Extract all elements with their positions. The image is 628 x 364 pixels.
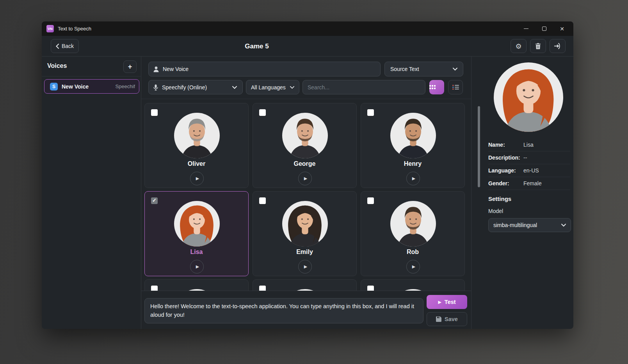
voice-name-value: New Voice: [163, 66, 189, 72]
voice-card[interactable]: Henry ▶: [361, 103, 465, 188]
close-button[interactable]: ✕: [553, 23, 571, 35]
voice-checkbox[interactable]: [151, 109, 158, 116]
voice-card[interactable]: Lisa ▶: [144, 191, 249, 276]
main-area: New Voice Source Text Speechify (Online): [141, 57, 471, 329]
avatar-illustration: [494, 62, 563, 132]
voice-card[interactable]: ▶: [253, 279, 357, 291]
language-value: All Languages: [251, 84, 286, 91]
export-button[interactable]: [550, 39, 566, 53]
play-voice-button[interactable]: ▶: [406, 172, 420, 185]
sidebar: Voices + S New Voice Speechif: [42, 57, 141, 329]
avatar-illustration: [390, 201, 436, 247]
info-row: Language: en-US: [488, 164, 570, 177]
voice-name: Henry: [361, 160, 464, 167]
engine-select[interactable]: Speechify (Online): [148, 80, 243, 94]
settings-heading: Settings: [488, 195, 511, 202]
header: Back Game 5 ⚙: [42, 36, 573, 57]
play-icon: ▶: [196, 176, 199, 181]
trash-icon: [535, 43, 541, 49]
play-icon: ▶: [304, 176, 307, 181]
page-title: Game 5: [42, 36, 472, 57]
scrollbar-thumb[interactable]: [478, 106, 480, 187]
voice-avatar: [390, 201, 436, 247]
voice-card[interactable]: Oliver ▶: [144, 103, 249, 188]
voice-avatar: [282, 113, 328, 158]
speechify-badge: S: [50, 83, 58, 91]
import-arrow-icon: [554, 43, 561, 49]
settings-button[interactable]: ⚙: [511, 39, 527, 53]
info-label: Language:: [488, 167, 523, 174]
voice-name: George: [253, 160, 356, 167]
gear-icon: ⚙: [515, 42, 521, 50]
engine-value: Speechify (Online): [162, 84, 207, 91]
voice-card[interactable]: ▶: [361, 279, 465, 291]
maximize-button[interactable]: [535, 23, 553, 35]
voice-checkbox[interactable]: [151, 286, 158, 291]
voice-card[interactable]: Emily ▶: [253, 191, 357, 276]
voice-card[interactable]: ▶: [144, 279, 249, 291]
test-button[interactable]: ▶ Test: [427, 295, 467, 309]
model-label: Model: [488, 208, 503, 214]
voice-card[interactable]: George ▶: [253, 103, 357, 188]
person-icon: [153, 66, 159, 72]
sidebar-item-label: New Voice: [62, 83, 111, 90]
save-button[interactable]: Save: [427, 312, 467, 326]
app-logo: VN: [46, 25, 54, 32]
sidebar-item-engine: Speechif: [115, 83, 135, 89]
voice-checkbox[interactable]: [259, 109, 266, 116]
play-voice-button[interactable]: ▶: [190, 172, 204, 185]
info-value: Lisa: [523, 142, 534, 148]
voice-avatar: [282, 201, 328, 247]
voice-checkbox[interactable]: [367, 197, 374, 204]
voice-name-input[interactable]: New Voice: [148, 62, 381, 76]
window-title: Text to Speech: [58, 26, 517, 32]
voice-name: Emily: [253, 249, 356, 256]
voice-name: Rob: [361, 249, 464, 256]
play-voice-button[interactable]: ▶: [190, 260, 204, 273]
avatar-illustration: [390, 113, 436, 158]
tts-text-input[interactable]: Hello there! Welcome to the text-to-spee…: [144, 298, 423, 323]
model-value: simba-multilingual: [493, 222, 537, 228]
language-select[interactable]: All Languages: [246, 80, 299, 94]
minimize-button[interactable]: [517, 23, 535, 35]
content: Voices + S New Voice Speechif New Voice …: [42, 57, 573, 329]
composer: Hello there! Welcome to the text-to-spee…: [141, 291, 471, 329]
info-value: Female: [523, 180, 542, 186]
microphone-icon: [153, 84, 158, 91]
list-view-button[interactable]: [448, 80, 463, 94]
voice-checkbox[interactable]: [367, 109, 374, 116]
play-voice-button[interactable]: ▶: [298, 172, 312, 185]
voice-avatar: [390, 113, 436, 158]
voice-checkbox[interactable]: [259, 286, 266, 291]
sidebar-item-new-voice[interactable]: S New Voice Speechif: [44, 79, 139, 94]
play-voice-button[interactable]: ▶: [406, 260, 420, 273]
play-voice-button[interactable]: ▶: [298, 260, 312, 273]
detail-panel: Name: Lisa Description: -- Language: en-…: [471, 57, 573, 329]
minimize-icon: [524, 28, 528, 29]
save-label: Save: [445, 316, 458, 322]
sidebar-header: Voices +: [42, 57, 141, 76]
info-value: --: [523, 154, 527, 161]
add-voice-button[interactable]: +: [123, 60, 137, 73]
voice-checkbox[interactable]: [151, 197, 158, 204]
source-text-select[interactable]: Source Text: [384, 62, 463, 76]
voice-card[interactable]: Rob ▶: [361, 191, 465, 276]
model-select[interactable]: simba-multilingual: [488, 218, 571, 232]
profile-avatar: [494, 62, 563, 132]
play-icon: ▶: [196, 264, 199, 269]
avatar-illustration: [174, 201, 220, 247]
voices-heading: Voices: [47, 62, 67, 69]
grid-view-icon: [429, 85, 444, 89]
chevron-down-icon: [561, 224, 566, 227]
search-input[interactable]: Search...: [302, 80, 425, 94]
voice-checkbox[interactable]: [259, 197, 266, 204]
voice-avatar: [174, 113, 220, 158]
delete-button[interactable]: [530, 39, 546, 53]
chevron-down-icon: [290, 86, 294, 89]
voice-checkbox[interactable]: [367, 286, 374, 291]
app-window: VN Text to Speech ✕ Back Game 5 ⚙: [42, 21, 573, 329]
info-label: Name:: [488, 142, 523, 148]
voice-grid: Oliver ▶ George ▶: [141, 99, 471, 291]
voice-info: Name: Lisa Description: -- Language: en-…: [488, 138, 570, 190]
grid-view-button[interactable]: [429, 80, 444, 94]
